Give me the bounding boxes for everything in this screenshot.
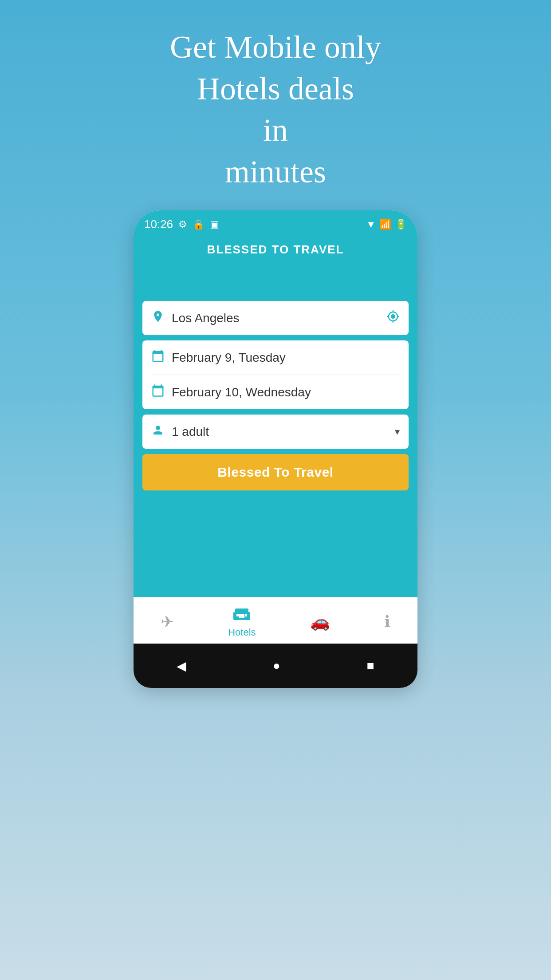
location-value: Los Angeles (172, 311, 379, 325)
svg-rect-2 (239, 614, 244, 618)
flights-icon: ✈ (161, 612, 174, 631)
phone-device: 10:26 ⚙ 🔒 ▣ ▼ 📶 🔋 BLESSED TO TRAVEL (134, 210, 417, 688)
checkout-calendar-icon (151, 384, 165, 400)
location-pin-icon (151, 310, 165, 326)
target-location-icon[interactable] (386, 310, 400, 326)
settings-icon: ⚙ (178, 219, 187, 230)
status-bar: 10:26 ⚙ 🔒 ▣ ▼ 📶 🔋 (134, 210, 417, 235)
checkin-calendar-icon (151, 349, 165, 366)
app-title: BLESSED TO TRAVEL (134, 235, 417, 265)
search-button[interactable]: Blessed To Travel (142, 454, 409, 490)
header-spacer (134, 265, 417, 301)
promo-text: Get Mobile only Hotels deals in minutes (170, 27, 381, 193)
signal-icon: 📶 (379, 219, 391, 230)
checkin-date: February 9, Tuesday (172, 351, 400, 365)
wifi-icon: ▼ (366, 219, 376, 230)
promo-line1: Get Mobile only (170, 29, 381, 65)
status-time: 10:26 (144, 217, 173, 231)
checkout-row[interactable]: February 10, Wednesday (142, 375, 409, 409)
android-recents-button[interactable]: ■ (367, 659, 374, 673)
form-area: Los Angeles Feb (134, 301, 417, 499)
svg-rect-4 (245, 614, 247, 616)
nav-info[interactable]: ℹ (375, 612, 399, 631)
info-icon: ℹ (384, 612, 390, 631)
location-card[interactable]: Los Angeles (142, 301, 409, 335)
guests-value: 1 adult (172, 425, 388, 439)
promo-line3: in (263, 112, 288, 148)
dropdown-icon: ▾ (395, 426, 400, 438)
person-icon (151, 423, 165, 440)
promo-line2: Hotels deals (197, 71, 354, 107)
nav-cars[interactable]: 🚗 (301, 612, 339, 631)
dates-card[interactable]: February 9, Tuesday February 10, Wednesd… (142, 340, 409, 409)
svg-rect-3 (236, 614, 239, 616)
hotels-icon (233, 605, 251, 624)
guests-card[interactable]: 1 adult ▾ (142, 415, 409, 449)
nav-flights[interactable]: ✈ (152, 612, 183, 631)
android-nav-bar: ◀ ● ■ (134, 644, 417, 688)
android-back-button[interactable]: ◀ (177, 659, 186, 673)
checkin-row[interactable]: February 9, Tuesday (142, 340, 409, 375)
promo-line4: minutes (225, 154, 326, 190)
svg-rect-1 (235, 609, 248, 613)
android-home-button[interactable]: ● (273, 659, 280, 673)
lock-icon: 🔒 (193, 219, 205, 230)
bottom-nav: ✈ Hotels 🚗 ℹ (134, 597, 417, 644)
battery-icon: 🔋 (395, 219, 407, 230)
sim-icon: ▣ (210, 219, 219, 230)
checkout-date: February 10, Wednesday (172, 385, 400, 399)
nav-hotels[interactable]: Hotels (219, 605, 264, 638)
hotels-label: Hotels (228, 627, 256, 638)
cars-icon: 🚗 (310, 612, 330, 631)
teal-bottom-area (134, 499, 417, 597)
